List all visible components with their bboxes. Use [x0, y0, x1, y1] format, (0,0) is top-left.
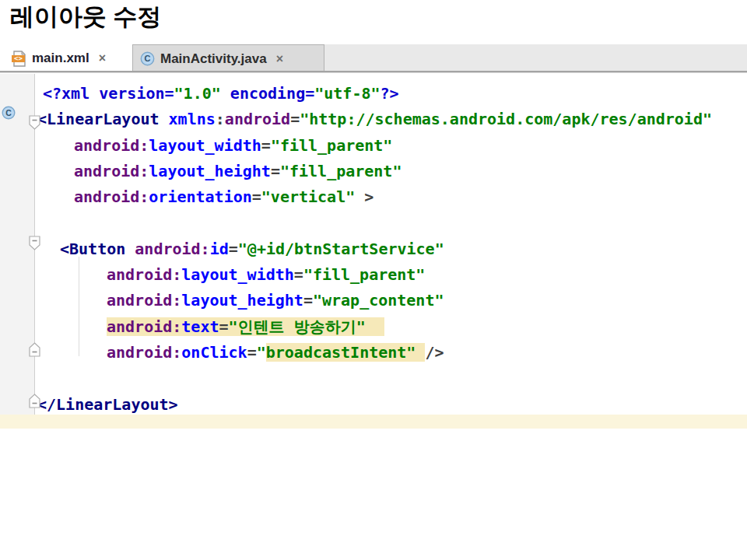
- code-token: :: [216, 110, 225, 128]
- code-token: />: [425, 343, 444, 362]
- code-token: "vertical": [261, 187, 355, 206]
- tab-mainactivity-java-close-icon[interactable]: ×: [276, 53, 283, 65]
- code-token: id: [210, 240, 229, 258]
- code-token: [416, 343, 425, 362]
- code-token: "wrap_content": [313, 291, 444, 310]
- code-editor[interactable]: C <?xml version="1.0" encoding="utf-8"?>…: [0, 74, 747, 429]
- code-line[interactable]: <?xml version="1.0" encoding="utf-8"?>: [0, 83, 747, 104]
- code-token: =: [219, 317, 229, 336]
- code-line[interactable]: [0, 213, 747, 234]
- code-token: =: [261, 136, 271, 155]
- editor-tab-bar: <> main.xml × C MainActivity.java ×: [0, 44, 747, 72]
- code-token: "utf-8": [314, 84, 380, 103]
- tab-bar-bottom-border-light: [0, 72, 747, 73]
- code-line[interactable]: android:layout_width="fill_parent": [0, 264, 747, 285]
- code-line[interactable]: android:text="인텐트 방송하기": [0, 317, 747, 338]
- code-token: android:: [74, 162, 149, 180]
- fold-marker-icon[interactable]: [29, 342, 40, 357]
- fold-marker-icon[interactable]: [29, 236, 40, 250]
- tab-main-xml[interactable]: <> main.xml ×: [5, 44, 131, 72]
- code-token: <LinearLayout: [37, 110, 169, 128]
- code-token: encoding=: [221, 84, 314, 103]
- code-line[interactable]: android:layout_height="fill_parent": [0, 161, 747, 182]
- code-token: android: [225, 110, 290, 128]
- code-token: =: [271, 162, 280, 180]
- code-token: layout_width: [181, 265, 294, 284]
- tab-mainactivity-java[interactable]: C MainActivity.java ×: [132, 44, 324, 72]
- code-token: =: [290, 110, 300, 128]
- code-token: =: [229, 240, 238, 258]
- fold-marker-icon[interactable]: [29, 115, 40, 130]
- code-line[interactable]: [0, 368, 747, 389]
- code-token: android:: [107, 343, 181, 362]
- code-token: >: [355, 187, 374, 206]
- code-token: xmlns: [169, 110, 216, 128]
- code-token: <?xml version=: [43, 84, 174, 103]
- code-line[interactable]: <LinearLayout xmlns:android="http://sche…: [0, 109, 747, 130]
- code-token: android:: [74, 187, 149, 206]
- page-title: 레이아웃 수정: [10, 1, 162, 33]
- tab-main-xml-label: main.xml: [32, 51, 89, 66]
- code-token: </LinearLayout>: [37, 395, 178, 414]
- code-token: "http://schemas.android.com/apk/res/andr…: [300, 110, 712, 128]
- tab-mainactivity-java-label: MainActivity.java: [160, 51, 267, 67]
- fold-marker-icon[interactable]: [29, 394, 40, 408]
- code-line[interactable]: android:onClick="broadcastIntent" />: [0, 342, 747, 363]
- svg-text:<>: <>: [14, 54, 23, 62]
- code-token: ": [257, 343, 266, 362]
- code-token: "@+id/btnStartService": [238, 240, 444, 258]
- code-token: "인텐트 방송하기": [229, 317, 366, 336]
- tab-bar-filler: [324, 44, 747, 72]
- code-token: =: [252, 187, 261, 206]
- code-token: layout_width: [149, 136, 261, 155]
- code-token: =: [247, 343, 257, 362]
- slide: 레이아웃 수정 <> main.xml × C Main: [0, 0, 747, 560]
- code-line[interactable]: android:orientation="vertical" >: [0, 187, 747, 208]
- code-token: android:: [107, 265, 181, 284]
- code-token: android:: [74, 136, 149, 155]
- code-token: text: [181, 317, 219, 336]
- tab-main-xml-close-icon[interactable]: ×: [99, 52, 106, 65]
- code-line[interactable]: </LinearLayout>: [0, 394, 747, 415]
- code-token: layout_height: [181, 291, 303, 310]
- code-token: "fill_parent": [271, 136, 393, 155]
- code-token: ?>: [381, 84, 399, 103]
- code-line[interactable]: android:layout_height="wrap_content": [0, 290, 747, 311]
- code-line[interactable]: <Button android:id="@+id/btnStartService…: [0, 239, 747, 260]
- code-token: =: [303, 291, 313, 310]
- code-lines[interactable]: <?xml version="1.0" encoding="utf-8"?><L…: [0, 74, 747, 429]
- code-token: broadcastIntent": [266, 343, 416, 362]
- code-token: <Button: [60, 240, 135, 258]
- code-token: "fill_parent": [303, 265, 426, 284]
- code-token: layout_height: [149, 162, 271, 180]
- code-line[interactable]: android:layout_width="fill_parent": [0, 135, 747, 156]
- class-icon: C: [140, 51, 155, 66]
- code-token: =: [294, 265, 303, 284]
- code-token: orientation: [149, 187, 251, 206]
- code-token: android:: [135, 240, 209, 258]
- code-token: android:: [107, 291, 181, 310]
- xml-file-icon: <>: [12, 51, 26, 67]
- code-token: "fill_parent": [280, 162, 402, 180]
- svg-text:C: C: [145, 54, 151, 63]
- code-token: "1.0": [174, 84, 221, 103]
- code-token: onClick: [181, 343, 247, 362]
- code-token: android:: [107, 317, 181, 336]
- code-token: [366, 317, 384, 336]
